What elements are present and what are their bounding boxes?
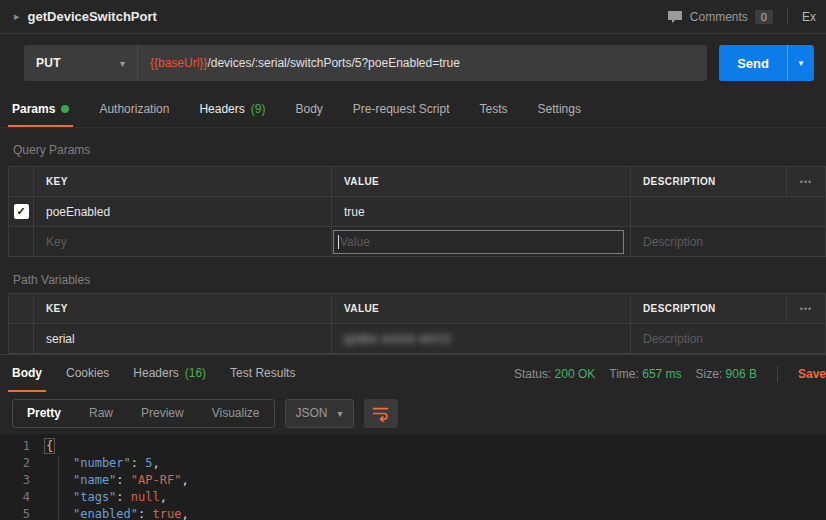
- send-button[interactable]: Send: [719, 45, 787, 81]
- url-variable: {{baseUrl}}: [150, 56, 207, 70]
- table-row: ✓ poeEnabled true: [9, 197, 825, 227]
- response-tab-body[interactable]: Body: [8, 355, 46, 392]
- column-value: VALUE: [344, 176, 379, 187]
- new-value-input-focused[interactable]: Value: [333, 230, 624, 254]
- format-value: JSON: [296, 406, 328, 420]
- path-variable-description-input[interactable]: Description: [643, 332, 703, 346]
- tab-headers-count: (9): [251, 102, 266, 116]
- response-tab-headers[interactable]: Headers (16): [129, 355, 210, 392]
- code-line: 4 "tags": null,: [0, 489, 826, 506]
- json-boolean-value: true: [152, 507, 181, 520]
- tab-prerequest-script[interactable]: Pre-request Script: [349, 92, 454, 127]
- json-comma: ,: [181, 473, 188, 487]
- url-input[interactable]: {{baseUrl}}/devices/:serial/switchPorts/…: [138, 45, 707, 81]
- response-tab-cookies-label: Cookies: [66, 366, 109, 380]
- param-key[interactable]: poeEnabled: [46, 205, 110, 219]
- request-url-bar: PUT ▾ {{baseUrl}}/devices/:serial/switch…: [0, 34, 826, 92]
- new-key-input[interactable]: Key: [46, 235, 67, 249]
- url-path: /devices/:serial/switchPorts/5?poeEnable…: [207, 56, 459, 70]
- tab-body-label: Body: [295, 102, 322, 116]
- view-pretty-button[interactable]: Pretty: [13, 400, 75, 427]
- path-variables-table: KEY VALUE DESCRIPTION ••• serial Q2BX-XX…: [8, 293, 826, 354]
- select-all-cell: [9, 294, 34, 323]
- format-select[interactable]: JSON ▾: [285, 399, 354, 428]
- response-tab-headers-label: Headers: [133, 366, 178, 380]
- json-colon: :: [131, 456, 145, 470]
- table-row: serial Q2BX-XXXX-9XYZ Description: [9, 324, 825, 354]
- examples-link[interactable]: Ex: [802, 10, 816, 24]
- view-preview-label: Preview: [141, 406, 184, 420]
- param-enabled-checkbox[interactable]: ✓: [14, 204, 29, 219]
- json-comma: ,: [160, 490, 167, 504]
- response-view-toolbar: Pretty Raw Preview Visualize JSON ▾: [0, 392, 826, 434]
- tab-body[interactable]: Body: [291, 92, 326, 127]
- status-value[interactable]: 200 OK: [555, 367, 596, 381]
- table-options-button[interactable]: •••: [787, 167, 825, 196]
- json-colon: :: [138, 507, 152, 520]
- tab-settings[interactable]: Settings: [534, 92, 585, 127]
- request-title-bar: ▸ getDeviceSwitchPort Comments 0 Ex: [0, 0, 826, 34]
- send-options-button[interactable]: ▾: [787, 45, 814, 81]
- query-params-heading: Query Params: [0, 128, 826, 166]
- path-variable-value-redacted[interactable]: Q2BX-XXXX-9XYZ: [344, 333, 452, 345]
- status-label: Status:: [514, 367, 551, 381]
- response-tabs-bar: Body Cookies Headers (16) Test Results S…: [0, 354, 826, 392]
- response-tab-test-results[interactable]: Test Results: [226, 355, 299, 392]
- method-value: PUT: [36, 56, 61, 70]
- tab-params[interactable]: Params: [8, 92, 73, 127]
- column-value: VALUE: [344, 303, 379, 314]
- column-description: DESCRIPTION: [643, 303, 716, 314]
- new-description-input[interactable]: Description: [643, 235, 703, 249]
- line-number: 5: [0, 506, 44, 520]
- json-key: "enabled": [73, 507, 138, 520]
- response-tab-body-label: Body: [12, 366, 42, 380]
- view-visualize-button[interactable]: Visualize: [198, 400, 274, 427]
- comments-button[interactable]: Comments 0: [667, 10, 773, 24]
- tab-headers[interactable]: Headers (9): [195, 92, 269, 127]
- table-options-button[interactable]: •••: [787, 294, 825, 323]
- json-null-value: null: [131, 490, 160, 504]
- text-cursor: [338, 235, 339, 249]
- size-value[interactable]: 906 B: [726, 367, 757, 381]
- response-body-editor[interactable]: 1 { 2 "number": 5, 3 "name": "AP-RF", 4 …: [0, 434, 826, 520]
- view-pretty-label: Pretty: [27, 406, 61, 420]
- indent-guide: [58, 456, 59, 520]
- path-variable-key[interactable]: serial: [46, 332, 75, 346]
- param-value[interactable]: true: [344, 205, 365, 219]
- json-string-value: "AP-RF": [131, 473, 182, 487]
- json-comma: ,: [152, 456, 159, 470]
- column-description: DESCRIPTION: [643, 176, 716, 187]
- tab-tests-label: Tests: [480, 102, 508, 116]
- request-tabs: Params Authorization Headers (9) Body Pr…: [0, 92, 826, 128]
- code-line: 5 "enabled": true,: [0, 506, 826, 520]
- json-key: "tags": [73, 490, 116, 504]
- time-value[interactable]: 657 ms: [642, 367, 681, 381]
- response-tab-cookies[interactable]: Cookies: [62, 355, 113, 392]
- wrap-text-button[interactable]: [364, 399, 398, 428]
- request-name: getDeviceSwitchPort: [28, 9, 157, 24]
- line-number: 4: [0, 489, 44, 506]
- tab-tests[interactable]: Tests: [476, 92, 512, 127]
- check-icon: ✓: [16, 206, 25, 217]
- open-brace: {: [44, 438, 55, 454]
- view-raw-button[interactable]: Raw: [75, 400, 127, 427]
- table-row-new: Key Value Description: [9, 227, 825, 257]
- tab-settings-label: Settings: [538, 102, 581, 116]
- comments-label: Comments: [690, 10, 748, 24]
- path-variables-heading: Path Variables: [0, 257, 826, 293]
- expand-caret-icon[interactable]: ▸: [14, 10, 20, 23]
- code-line: 2 "number": 5,: [0, 455, 826, 472]
- view-preview-button[interactable]: Preview: [127, 400, 198, 427]
- view-mode-group: Pretty Raw Preview Visualize: [12, 399, 275, 428]
- wrap-text-icon: [372, 405, 389, 422]
- method-select[interactable]: PUT ▾: [24, 45, 138, 81]
- json-colon: :: [116, 490, 130, 504]
- save-response-button[interactable]: Save: [798, 367, 826, 381]
- postman-request-view: ▸ getDeviceSwitchPort Comments 0 Ex PUT …: [0, 0, 826, 520]
- path-variables-header-row: KEY VALUE DESCRIPTION •••: [9, 294, 825, 324]
- select-all-cell: [9, 167, 34, 196]
- time-label: Time:: [609, 367, 639, 381]
- json-comma: ,: [181, 507, 188, 520]
- divider: [787, 9, 788, 25]
- tab-authorization[interactable]: Authorization: [95, 92, 173, 127]
